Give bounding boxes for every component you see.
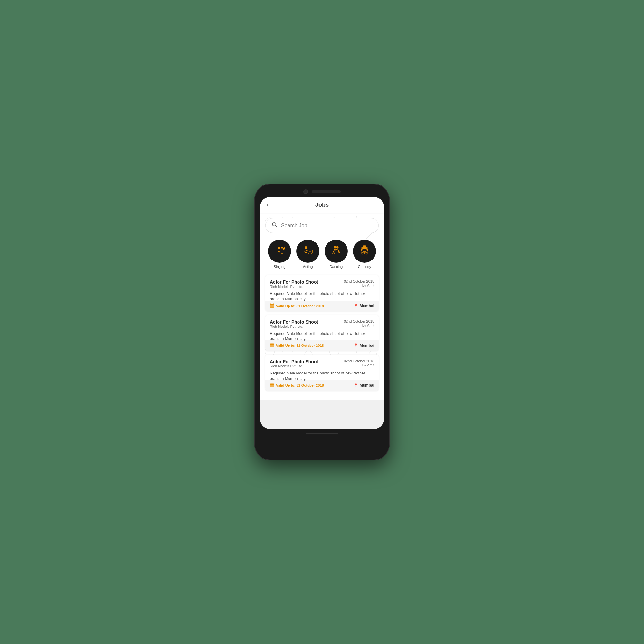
svg-rect-9 <box>281 247 283 249</box>
calendar-icon-3 <box>270 383 274 388</box>
svg-point-36 <box>364 251 365 253</box>
search-icon <box>271 222 278 230</box>
dancing-circle <box>325 240 348 263</box>
job-valid-text-1: Valid Up to: 31 October 2018 <box>276 304 324 308</box>
location-text-3: Mumbai <box>360 383 374 388</box>
job-title-3: Actor For Photo Shoot <box>270 359 318 364</box>
svg-line-26 <box>337 249 339 251</box>
job-by-2: By Amit <box>344 323 374 327</box>
singing-label: Singing <box>274 265 286 269</box>
svg-rect-43 <box>270 304 274 305</box>
job-location-3: 📍 Mumbai <box>354 383 374 388</box>
job-valid-text-3: Valid Up to: 31 October 2018 <box>276 384 324 387</box>
phone-speaker <box>312 190 341 193</box>
job-valid-1: Valid Up to: 31 October 2018 <box>270 303 324 308</box>
svg-line-28 <box>334 251 334 254</box>
job-footer-1: Valid Up to: 31 October 2018 📍 Mumbai <box>265 301 379 311</box>
location-text-2: Mumbai <box>360 343 374 348</box>
job-meta-row-1: Actor For Photo Shoot Rich Models Pvt. L… <box>270 279 374 291</box>
job-valid-3: Valid Up to: 31 October 2018 <box>270 383 324 388</box>
job-valid-2: Valid Up to: 31 October 2018 <box>270 343 324 348</box>
job-footer-2: Valid Up to: 31 October 2018 📍 Mumbai <box>265 340 379 351</box>
svg-point-12 <box>305 246 307 249</box>
phone-camera <box>303 189 308 194</box>
svg-rect-39 <box>270 305 274 308</box>
job-title-2: Actor For Photo Shoot <box>270 319 318 325</box>
job-date-2: 02nd October 2018 <box>344 319 374 323</box>
job-by-1: By Amit <box>344 283 374 287</box>
svg-line-30 <box>339 251 340 253</box>
back-button[interactable]: ← <box>265 201 272 209</box>
svg-rect-46 <box>270 344 274 345</box>
page-title: Jobs <box>315 202 329 208</box>
phone-device: ← Jobs <box>254 184 390 460</box>
category-singing[interactable]: Singing <box>268 240 291 269</box>
job-desc-2: Required Male Model for the photo shoot … <box>270 331 374 342</box>
svg-rect-17 <box>308 250 312 253</box>
categories-row: Singing <box>265 240 379 269</box>
job-desc-3: Required Male Model for the photo shoot … <box>270 371 374 382</box>
pin-icon-3: 📍 <box>354 383 358 388</box>
category-acting[interactable]: Acting <box>296 240 319 269</box>
svg-point-22 <box>334 246 336 249</box>
job-desc-1: Required Male Model for the photo shoot … <box>270 291 374 302</box>
svg-line-1 <box>276 226 277 227</box>
singing-circle <box>268 240 291 263</box>
acting-circle <box>296 240 319 263</box>
job-card-1[interactable]: Actor For Photo Shoot Rich Models Pvt. L… <box>265 275 379 311</box>
screen-content: ← Jobs <box>260 197 384 429</box>
calendar-icon-2 <box>270 343 274 348</box>
job-date-1: 02nd October 2018 <box>344 279 374 283</box>
svg-point-35 <box>365 251 366 252</box>
svg-rect-49 <box>270 384 274 387</box>
job-title-1: Actor For Photo Shoot <box>270 279 318 285</box>
svg-line-24 <box>334 249 335 251</box>
jobs-list: Actor For Photo Shoot Rich Models Pvt. L… <box>265 275 379 391</box>
job-card-2[interactable]: Actor For Photo Shoot Rich Models Pvt. L… <box>265 315 379 351</box>
main-content: Singing <box>260 213 384 400</box>
pin-icon-2: 📍 <box>354 343 358 348</box>
search-input[interactable] <box>281 223 373 229</box>
home-indicator <box>306 433 338 434</box>
job-meta-row-3: Actor For Photo Shoot Rich Models Pvt. L… <box>270 359 374 371</box>
job-location-1: 📍 Mumbai <box>354 304 374 308</box>
job-company-1: Rich Models Pvt. Ltd. <box>270 285 318 289</box>
job-footer-3: Valid Up to: 31 October 2018 📍 Mumbai <box>265 380 379 391</box>
job-location-2: 📍 Mumbai <box>354 343 374 348</box>
category-dancing[interactable]: Dancing <box>325 240 348 269</box>
category-comedy[interactable]: Comedy <box>353 240 376 269</box>
svg-point-23 <box>336 246 339 249</box>
location-text-1: Mumbai <box>360 304 374 308</box>
svg-rect-50 <box>270 384 274 385</box>
comedy-label: Comedy <box>358 265 371 269</box>
job-meta-row-2: Actor For Photo Shoot Rich Models Pvt. L… <box>270 319 374 331</box>
svg-point-2 <box>278 247 280 249</box>
job-by-3: By Amit <box>344 363 374 367</box>
job-company-3: Rich Models Pvt. Ltd. <box>270 364 318 368</box>
dancing-label: Dancing <box>330 265 343 269</box>
job-date-3: 02nd October 2018 <box>344 359 374 363</box>
svg-point-34 <box>363 251 364 252</box>
comedy-circle <box>353 240 376 263</box>
phone-bottom-bar <box>260 433 384 434</box>
phone-top-bar <box>260 189 384 194</box>
job-card-3[interactable]: Actor For Photo Shoot Rich Models Pvt. L… <box>265 355 379 391</box>
acting-label: Acting <box>303 265 313 269</box>
phone-screen: ← Jobs <box>260 197 384 429</box>
job-valid-text-2: Valid Up to: 31 October 2018 <box>276 344 324 347</box>
search-box[interactable] <box>265 218 379 233</box>
pin-icon-1: 📍 <box>354 304 358 308</box>
job-company-2: Rich Models Pvt. Ltd. <box>270 325 318 328</box>
svg-rect-45 <box>270 345 274 347</box>
app-header: ← Jobs <box>260 197 384 213</box>
calendar-icon-1 <box>270 303 274 308</box>
